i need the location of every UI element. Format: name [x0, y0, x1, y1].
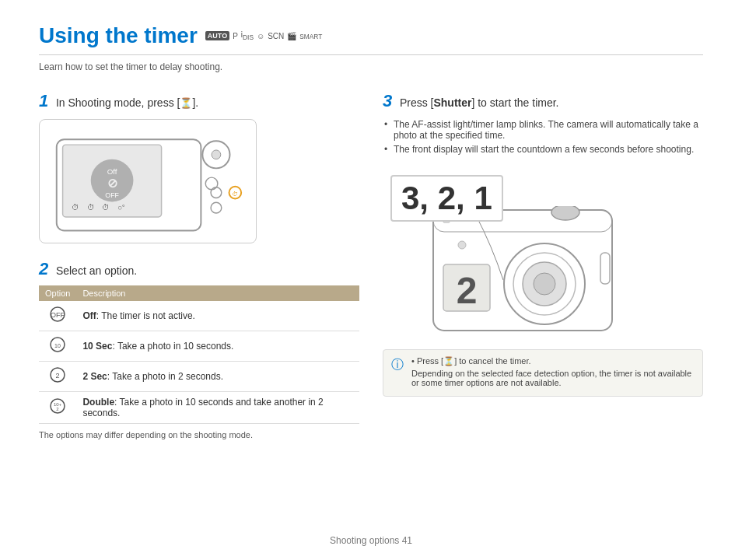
- countdown-display: 3, 2, 1: [390, 175, 503, 222]
- svg-point-16: [211, 202, 222, 213]
- step2-text: Select an option.: [56, 264, 137, 277]
- step2-number: 2: [39, 259, 48, 279]
- mode-ifunc: iDIS: [241, 30, 254, 41]
- svg-point-15: [211, 187, 222, 198]
- desc-double: Double: Take a photo in 10 seconds and t…: [76, 392, 359, 424]
- mode-scn: SCN: [268, 32, 284, 40]
- page-subtitle: Learn how to set the timer to delay shoo…: [39, 61, 703, 72]
- page: Using the timer AUTO P iDIS ☺ SCN 🎬 SMAR…: [0, 0, 742, 471]
- info-bullet-1: • Press [⏳] to cancel the timer.: [411, 356, 695, 366]
- info-icon: ⓘ: [391, 357, 404, 373]
- mode-icons: AUTO P iDIS ☺ SCN 🎬 SMART: [205, 30, 322, 41]
- camera-front-svg: 2: [429, 206, 616, 334]
- step3-number: 3: [383, 91, 392, 111]
- bullet-1: The AF-assist light/timer lamp blinks. T…: [383, 119, 703, 141]
- desc-off: Off: The timer is not active.: [76, 301, 359, 331]
- svg-rect-37: [600, 253, 610, 284]
- camera-back-svg: Off ⊘ OFF ⏱ ⏱ ⏱ ○° ⏱: [49, 127, 247, 236]
- page-header: Using the timer AUTO P iDIS ☺ SCN 🎬 SMAR…: [39, 23, 703, 55]
- svg-point-36: [458, 241, 466, 249]
- main-content: 1 In Shooting mode, press [⏳]. Off ⊘ OFF…: [39, 91, 703, 439]
- mode-smart: SMART: [299, 32, 322, 40]
- icon-double: 10+2: [39, 392, 76, 424]
- svg-point-28: [551, 206, 579, 220]
- svg-text:2: 2: [56, 372, 60, 380]
- svg-text:2: 2: [457, 270, 478, 311]
- svg-text:⊘: ⊘: [107, 177, 117, 190]
- page-footer: Shooting options 41: [0, 535, 742, 546]
- table-row: OFF Off: The timer is not active.: [39, 301, 359, 331]
- desc-10sec: 10 Sec: Take a photo in 10 seconds.: [76, 331, 359, 362]
- col-desc-header: Description: [76, 285, 359, 301]
- icon-off: OFF: [39, 301, 76, 331]
- mode-smile: ☺: [257, 32, 264, 40]
- step3-header: 3 Press [Shutter] to start the timer.: [383, 91, 703, 111]
- step2-header: 2 Select an option.: [39, 259, 359, 279]
- camera-front-illustration: 3, 2, 1: [383, 167, 632, 338]
- info-box: ⓘ • Press [⏳] to cancel the timer. Depen…: [383, 349, 703, 397]
- svg-text:⏱: ⏱: [102, 203, 110, 212]
- col-option-header: Option: [39, 285, 76, 301]
- icon-10sec: 10: [39, 331, 76, 362]
- table-row: 2 2 Sec: Take a photo in 2 seconds.: [39, 362, 359, 392]
- step1-number: 1: [39, 91, 48, 111]
- table-row: 10 10 Sec: Take a photo in 10 seconds.: [39, 331, 359, 362]
- footer-text: Shooting options 41: [330, 535, 412, 546]
- step1-header: 1 In Shooting mode, press [⏳].: [39, 91, 359, 111]
- left-column: 1 In Shooting mode, press [⏳]. Off ⊘ OFF…: [39, 91, 359, 439]
- svg-text:⏱: ⏱: [72, 203, 79, 212]
- svg-text:2: 2: [57, 407, 60, 411]
- table-footnote: The options may differ depending on the …: [39, 430, 359, 439]
- right-column: 3 Press [Shutter] to start the timer. Th…: [383, 91, 703, 439]
- svg-text:⏱: ⏱: [232, 191, 238, 198]
- desc-2sec: 2 Sec: Take a photo in 2 seconds.: [76, 362, 359, 392]
- camera-back-illustration: Off ⊘ OFF ⏱ ⏱ ⏱ ○° ⏱: [39, 119, 257, 243]
- svg-point-33: [534, 273, 555, 295]
- icon-2sec: 2: [39, 362, 76, 392]
- info-text: • Press [⏳] to cancel the timer. Dependi…: [411, 356, 695, 390]
- step1-text: In Shooting mode, press [⏳].: [56, 96, 198, 109]
- info-bullet-2: Depending on the selected face detection…: [411, 369, 695, 387]
- table-row: 10+2 Double: Take a photo in 10 seconds …: [39, 392, 359, 424]
- step3-text: Press [Shutter] to start the timer.: [400, 96, 559, 109]
- svg-text:⏱: ⏱: [87, 203, 95, 212]
- svg-text:○°: ○°: [117, 203, 125, 212]
- svg-text:Off: Off: [107, 167, 117, 176]
- svg-text:OFF: OFF: [105, 191, 119, 199]
- svg-text:OFF: OFF: [51, 311, 65, 319]
- options-table: Option Description OFF Off: The timer is…: [39, 285, 359, 424]
- svg-point-11: [212, 150, 221, 159]
- page-title: Using the timer: [39, 23, 198, 48]
- mode-p: P: [233, 32, 238, 40]
- mode-movie: 🎬: [287, 32, 296, 40]
- svg-text:10: 10: [54, 343, 61, 348]
- mode-auto: AUTO: [205, 31, 229, 40]
- step3-bullets: The AF-assist light/timer lamp blinks. T…: [383, 119, 703, 155]
- bullet-2: The front display will start the countdo…: [383, 144, 703, 155]
